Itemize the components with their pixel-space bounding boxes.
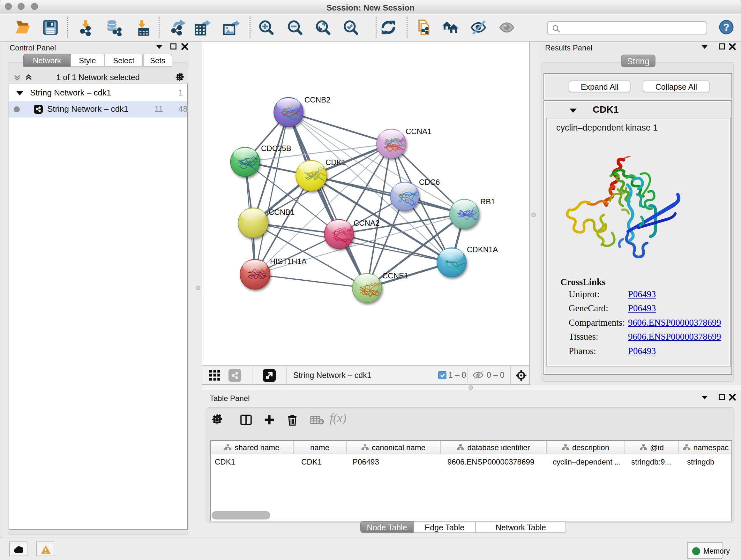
svg-text:CCNB1: CCNB1 bbox=[269, 208, 294, 216]
svg-text:CDC6: CDC6 bbox=[419, 178, 440, 186]
svg-text:CDKN1A: CDKN1A bbox=[467, 245, 498, 254]
svg-text:HIST1H1A: HIST1H1A bbox=[270, 257, 307, 266]
svg-text:RB1: RB1 bbox=[480, 197, 495, 206]
svg-text:CCNA2: CCNA2 bbox=[354, 219, 380, 227]
svg-text:CDK1: CDK1 bbox=[326, 158, 346, 167]
svg-text:?: ? bbox=[724, 22, 730, 33]
svg-text:CCNE1: CCNE1 bbox=[382, 271, 408, 280]
svg-text:CCNA1: CCNA1 bbox=[406, 127, 431, 136]
svg-text:CDC25B: CDC25B bbox=[261, 144, 291, 152]
svg-text:CCNB2: CCNB2 bbox=[305, 96, 330, 104]
